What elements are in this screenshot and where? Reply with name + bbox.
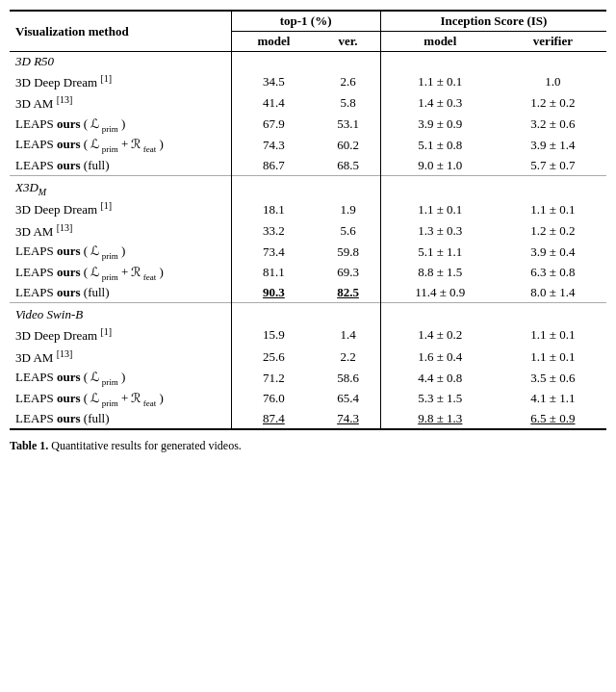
section-spacer [231, 52, 316, 72]
col-header-is-verifier: verifier [500, 32, 606, 52]
is-model-cell: 1.1 ± 0.1 [380, 71, 500, 92]
table-row: 3D Deep Dream [1]34.52.61.1 ± 0.11.0 [10, 71, 606, 92]
is-verifier-cell: 6.3 ± 0.8 [500, 263, 606, 284]
section-header: Video Swin-B [10, 303, 606, 325]
top1-ver-cell: 60.2 [316, 135, 380, 156]
col-header-top1-group: top-1 (%) [231, 11, 380, 32]
method-cell: 3D AM [13] [10, 346, 231, 368]
top1-model-cell: 33.2 [231, 220, 316, 242]
is-verifier-cell: 1.1 ± 0.1 [500, 198, 606, 219]
top1-model-cell: 86.7 [231, 156, 316, 176]
is-model-cell: 8.8 ± 1.5 [380, 263, 500, 284]
method-cell: 3D AM [13] [10, 220, 231, 242]
is-model-cell: 9.8 ± 1.3 [380, 409, 500, 429]
method-cell: LEAPS ours ( ℒ prim + ℛ feat ) [10, 263, 231, 284]
top1-model-cell: 25.6 [231, 346, 316, 368]
is-verifier-cell: 3.9 ± 0.4 [500, 242, 606, 263]
table-row: 3D Deep Dream [1]18.11.91.1 ± 0.11.1 ± 0… [10, 198, 606, 219]
top1-ver-cell: 53.1 [316, 115, 380, 136]
table-row: LEAPS ours (full)86.768.59.0 ± 1.05.7 ± … [10, 156, 606, 176]
is-verifier-cell: 8.0 ± 1.4 [500, 283, 606, 303]
section-label: 3D R50 [10, 52, 231, 72]
is-model-cell: 1.3 ± 0.3 [380, 220, 500, 242]
is-model-cell: 1.1 ± 0.1 [380, 198, 500, 219]
method-cell: LEAPS ours ( ℒ prim ) [10, 242, 231, 263]
is-verifier-cell: 3.5 ± 0.6 [500, 368, 606, 389]
table-row: LEAPS ours (full)87.474.39.8 ± 1.36.5 ± … [10, 409, 606, 429]
table-row: LEAPS ours ( ℒ prim )71.258.64.4 ± 0.83.… [10, 368, 606, 389]
section-label: Video Swin-B [10, 303, 231, 325]
col-header-is-model: model [380, 32, 500, 52]
is-model-cell: 11.4 ± 0.9 [380, 283, 500, 303]
top1-ver-cell: 1.9 [316, 198, 380, 219]
top1-ver-cell: 5.6 [316, 220, 380, 242]
method-cell: LEAPS ours ( ℒ prim ) [10, 115, 231, 136]
table-row: 3D AM [13]33.25.61.3 ± 0.31.2 ± 0.2 [10, 220, 606, 242]
method-cell: 3D Deep Dream [1] [10, 198, 231, 219]
top1-model-cell: 67.9 [231, 115, 316, 136]
table-row: 3D AM [13]41.45.81.4 ± 0.31.2 ± 0.2 [10, 92, 606, 114]
is-model-cell: 1.4 ± 0.3 [380, 92, 500, 114]
method-cell: 3D AM [13] [10, 92, 231, 114]
table-container: Visualization method top-1 (%) Inception… [10, 10, 606, 454]
is-verifier-cell: 3.2 ± 0.6 [500, 115, 606, 136]
top1-model-cell: 81.1 [231, 263, 316, 284]
is-verifier-cell: 1.2 ± 0.2 [500, 92, 606, 114]
is-verifier-cell: 4.1 ± 1.1 [500, 389, 606, 410]
top1-model-cell: 73.4 [231, 242, 316, 263]
table-row: 3D AM [13]25.62.21.6 ± 0.41.1 ± 0.1 [10, 346, 606, 368]
is-model-cell: 1.6 ± 0.4 [380, 346, 500, 368]
table-caption: Table 1. Quantitative results for genera… [10, 438, 606, 454]
section-header: 3D R50 [10, 52, 606, 72]
table-row: LEAPS ours ( ℒ prim )67.953.13.9 ± 0.93.… [10, 115, 606, 136]
top1-model-cell: 41.4 [231, 92, 316, 114]
method-cell: 3D Deep Dream [1] [10, 71, 231, 92]
is-model-cell: 1.4 ± 0.2 [380, 324, 500, 346]
is-verifier-cell: 5.7 ± 0.7 [500, 156, 606, 176]
is-model-cell: 3.9 ± 0.9 [380, 115, 500, 136]
top1-ver-cell: 65.4 [316, 389, 380, 410]
table-row: LEAPS ours ( ℒ prim + ℛ feat )74.360.25.… [10, 135, 606, 156]
is-model-cell: 5.3 ± 1.5 [380, 389, 500, 410]
method-cell: LEAPS ours ( ℒ prim ) [10, 368, 231, 389]
top1-model-cell: 87.4 [231, 409, 316, 429]
col-header-is-group: Inception Score (IS) [380, 11, 606, 32]
top1-ver-cell: 59.8 [316, 242, 380, 263]
is-verifier-cell: 6.5 ± 0.9 [500, 409, 606, 429]
section-header: X3DM [10, 175, 606, 198]
results-table: Visualization method top-1 (%) Inception… [10, 10, 606, 430]
is-model-cell: 5.1 ± 1.1 [380, 242, 500, 263]
top1-ver-cell: 74.3 [316, 409, 380, 429]
table-row: LEAPS ours ( ℒ prim + ℛ feat )81.169.38.… [10, 263, 606, 284]
top1-model-cell: 18.1 [231, 198, 316, 219]
col-header-top1-model: model [231, 32, 316, 52]
is-verifier-cell: 1.0 [500, 71, 606, 92]
method-cell: LEAPS ours (full) [10, 409, 231, 429]
top1-model-cell: 74.3 [231, 135, 316, 156]
top1-model-cell: 34.5 [231, 71, 316, 92]
top1-ver-cell: 5.8 [316, 92, 380, 114]
top1-ver-cell: 69.3 [316, 263, 380, 284]
top1-ver-cell: 68.5 [316, 156, 380, 176]
section-spacer [231, 175, 316, 198]
top1-model-cell: 76.0 [231, 389, 316, 410]
table-row: LEAPS ours (full)90.382.511.4 ± 0.98.0 ±… [10, 283, 606, 303]
is-verifier-cell: 1.1 ± 0.1 [500, 324, 606, 346]
top1-ver-cell: 82.5 [316, 283, 380, 303]
table-row: 3D Deep Dream [1]15.91.41.4 ± 0.21.1 ± 0… [10, 324, 606, 346]
is-verifier-cell: 3.9 ± 1.4 [500, 135, 606, 156]
is-model-cell: 5.1 ± 0.8 [380, 135, 500, 156]
method-cell: LEAPS ours (full) [10, 283, 231, 303]
method-cell: LEAPS ours ( ℒ prim + ℛ feat ) [10, 389, 231, 410]
is-verifier-cell: 1.2 ± 0.2 [500, 220, 606, 242]
method-cell: 3D Deep Dream [1] [10, 324, 231, 346]
top1-model-cell: 90.3 [231, 283, 316, 303]
is-verifier-cell: 1.1 ± 0.1 [500, 346, 606, 368]
col-header-method: Visualization method [10, 11, 231, 52]
table-row: LEAPS ours ( ℒ prim )73.459.85.1 ± 1.13.… [10, 242, 606, 263]
method-cell: LEAPS ours (full) [10, 156, 231, 176]
top1-model-cell: 71.2 [231, 368, 316, 389]
top1-ver-cell: 2.2 [316, 346, 380, 368]
is-model-cell: 4.4 ± 0.8 [380, 368, 500, 389]
section-spacer [231, 303, 316, 325]
